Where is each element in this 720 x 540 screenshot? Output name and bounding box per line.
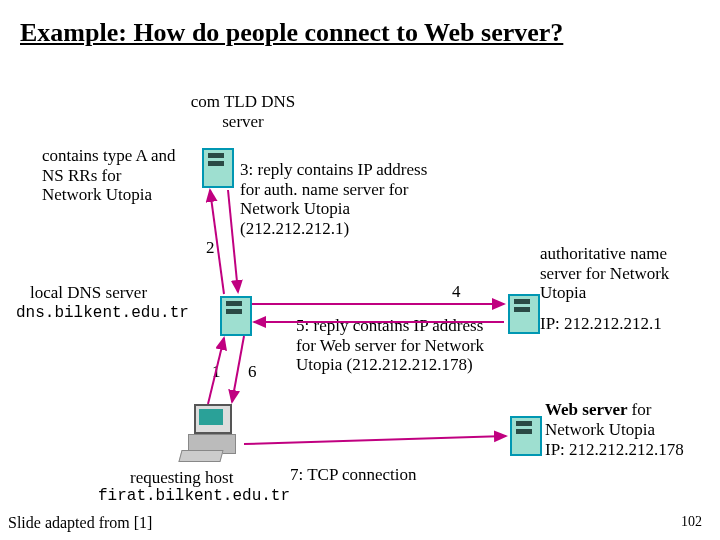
req-host-label: requesting host [130, 468, 233, 488]
req-host-name: firat.bilkent.edu.tr [98, 487, 290, 505]
auth-server-icon [508, 294, 536, 330]
slide-title: Example: How do people connect to Web se… [20, 18, 563, 48]
web-label: Web server for Network Utopia [545, 400, 715, 439]
local-dns-icon [220, 296, 248, 332]
slide-credit: Slide adapted from [1] [8, 514, 152, 532]
tld-server-icon [202, 148, 230, 184]
tld-note: contains type A and NS RRs for Network U… [42, 146, 182, 205]
step2-num: 2 [206, 238, 215, 258]
svg-line-6 [244, 436, 506, 444]
step5-text: 5: reply contains IP address for Web ser… [296, 316, 486, 375]
web-server-icon [510, 416, 538, 452]
step1-num: 1 [212, 362, 221, 382]
web-ip: IP: 212.212.212.178 [545, 440, 684, 460]
local-dns-host: dns.bilkent.edu.tr [16, 304, 189, 322]
step7-text: 7: TCP connection [290, 465, 417, 485]
svg-line-1 [232, 336, 244, 402]
auth-label: authoritative name server for Network Ut… [540, 244, 710, 303]
step5-num: 5: [296, 316, 309, 335]
tld-label: com TLD DNS server [168, 92, 318, 131]
step7-num: 7: [290, 465, 303, 484]
step6-num: 6 [248, 362, 257, 382]
svg-line-3 [228, 190, 238, 292]
slide-number: 102 [681, 514, 702, 530]
client-pc-icon [180, 404, 240, 464]
auth-ip: IP: 212.212.212.1 [540, 314, 662, 334]
local-dns-label: local DNS server [30, 283, 190, 303]
step3-text: 3: reply contains IP address for auth. n… [240, 160, 450, 238]
step4-num: 4 [452, 282, 461, 302]
slide: { "title": "Example: How do people conne… [0, 0, 720, 540]
